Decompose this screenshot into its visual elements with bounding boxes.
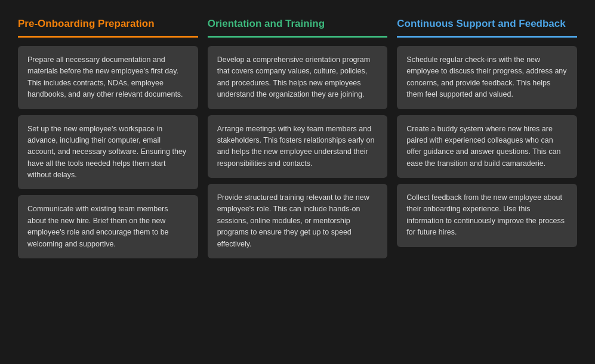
column-2: Orientation and TrainingDevelop a compre… — [208, 18, 388, 258]
card-1-2: Set up the new employee's workspace in a… — [18, 115, 198, 190]
card-3-3: Collect feedback from the new employee a… — [397, 184, 577, 247]
card-3-1: Schedule regular check-ins with the new … — [397, 46, 577, 109]
column-1: Pre-Onboarding PreparationPrepare all ne… — [18, 18, 198, 258]
card-1-1: Prepare all necessary documentation and … — [18, 46, 198, 109]
card-1-3: Communicate with existing team members a… — [18, 195, 198, 258]
card-3-2: Create a buddy system where new hires ar… — [397, 115, 577, 178]
column-3: Continuous Support and FeedbackSchedule … — [397, 18, 577, 258]
column-header-1: Pre-Onboarding Preparation — [18, 18, 198, 38]
column-header-3: Continuous Support and Feedback — [397, 18, 577, 38]
card-2-3: Provide structured training relevant to … — [208, 184, 388, 258]
main-content: Pre-Onboarding PreparationPrepare all ne… — [12, 12, 583, 264]
column-header-2: Orientation and Training — [208, 18, 388, 38]
card-2-1: Develop a comprehensive orientation prog… — [208, 46, 388, 109]
card-2-2: Arrange meetings with key team members a… — [208, 115, 388, 178]
